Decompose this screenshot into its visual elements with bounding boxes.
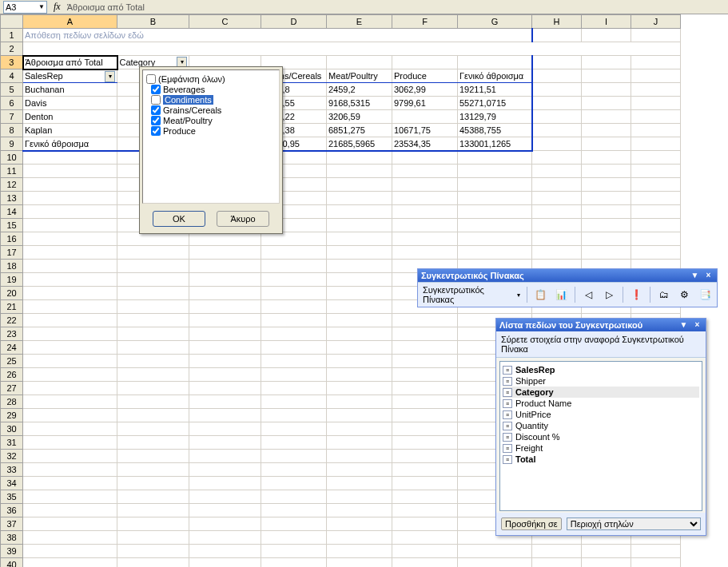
row-header-4[interactable]: 4	[1, 69, 23, 83]
row-header-20[interactable]: 20	[1, 287, 23, 300]
field-item[interactable]: ≡Freight	[503, 442, 699, 454]
chevron-down-icon[interactable]: ▼	[678, 320, 689, 330]
row-header-8[interactable]: 8	[1, 124, 23, 137]
row-header-14[interactable]: 14	[1, 205, 23, 219]
pivot-value-label[interactable]: Άθροισμα από Total	[23, 56, 117, 69]
col-header-E[interactable]: E	[327, 15, 392, 29]
row-header-1[interactable]: 1	[1, 29, 23, 42]
pivot-col-produce[interactable]: Produce	[392, 69, 458, 83]
field-item[interactable]: ≡Total	[503, 454, 699, 465]
filter-checkbox[interactable]	[151, 85, 161, 94]
row-header-17[interactable]: 17	[1, 246, 23, 260]
cell[interactable]: 2459,2	[327, 83, 392, 97]
col-header-H[interactable]: H	[532, 15, 582, 29]
row-header-21[interactable]: 21	[1, 300, 23, 314]
row-header-39[interactable]: 39	[1, 545, 23, 558]
row-header-35[interactable]: 35	[1, 490, 23, 504]
cell[interactable]: 13129,79	[458, 110, 532, 124]
show-fieldlist-icon[interactable]: 📑	[696, 286, 714, 303]
cell[interactable]: 9799,61	[392, 97, 458, 110]
pivot-row-kaplan[interactable]: Kaplan	[23, 124, 117, 137]
name-box[interactable]: A3 ▼	[3, 1, 47, 14]
pivot-row-davis[interactable]: Davis	[23, 97, 117, 110]
pivot-field-list[interactable]: Λίστα πεδίων του Συγκεντρωτικού ▼ × Σύρε…	[495, 318, 706, 536]
col-header-C[interactable]: C	[189, 15, 261, 29]
cell[interactable]: 3062,99	[392, 83, 458, 97]
col-header-D[interactable]: D	[261, 15, 327, 29]
row-header-27[interactable]: 27	[1, 382, 23, 395]
col-header-J[interactable]: J	[631, 15, 681, 29]
cell[interactable]: 21685,5965	[327, 137, 392, 151]
filter-checkbox[interactable]	[151, 95, 161, 105]
row-header-16[interactable]: 16	[1, 232, 23, 246]
filter-cancel-button[interactable]: Άκυρο	[217, 211, 269, 227]
include-icon[interactable]: 🗂	[655, 286, 673, 303]
filter-item[interactable]: Meat/Poultry	[151, 116, 276, 125]
row-header-34[interactable]: 34	[1, 477, 23, 490]
cell[interactable]: 23534,35	[392, 137, 458, 151]
row-header-22[interactable]: 22	[1, 314, 23, 327]
chart-wizard-icon[interactable]: 📊	[553, 286, 571, 303]
row-header-33[interactable]: 33	[1, 463, 23, 477]
row-header-37[interactable]: 37	[1, 517, 23, 531]
row-header-11[interactable]: 11	[1, 165, 23, 178]
refresh-icon[interactable]: ❗	[628, 286, 646, 303]
row-header-24[interactable]: 24	[1, 341, 23, 355]
row-header-5[interactable]: 5	[1, 83, 23, 97]
filter-list[interactable]: (Εμφάνιση όλων) BeveragesCondimentsGrain…	[142, 69, 280, 204]
row-header-2[interactable]: 2	[1, 42, 23, 56]
pivot-row-denton[interactable]: Denton	[23, 110, 117, 124]
row-header-6[interactable]: 6	[1, 97, 23, 110]
row-header-36[interactable]: 36	[1, 504, 23, 517]
row-header-9[interactable]: 9	[1, 137, 23, 151]
close-icon[interactable]: ×	[692, 320, 702, 330]
cell[interactable]: 6851,275	[327, 124, 392, 137]
filter-ok-button[interactable]: OK	[153, 211, 205, 227]
row-header-19[interactable]: 19	[1, 273, 23, 287]
chevron-down-icon[interactable]: ▼	[690, 271, 700, 280]
fx-icon[interactable]: fx	[54, 1, 61, 13]
pivottable-toolbar[interactable]: Συγκεντρωτικός Πίνακας ▼ × Συγκεντρωτικό…	[417, 268, 718, 307]
area-select[interactable]: Περιοχή στηλών	[567, 517, 701, 530]
cell[interactable]: 55271,0715	[458, 97, 532, 110]
filter-checkbox[interactable]	[151, 105, 161, 115]
filter-item[interactable]: Condiments	[151, 95, 276, 105]
pivot-row-grandtotal[interactable]: Γενικό άθροισμα	[23, 137, 117, 151]
row-header-23[interactable]: 23	[1, 327, 23, 341]
row-header-3[interactable]: 3	[1, 56, 23, 69]
filter-item[interactable]: Grains/Cereals	[151, 105, 276, 115]
col-header-B[interactable]: B	[117, 15, 189, 29]
row-header-25[interactable]: 25	[1, 355, 23, 368]
col-header-A[interactable]: A	[23, 15, 117, 29]
fieldlist-items[interactable]: ≡SalesRep≡Shipper≡Category≡Product Name≡…	[499, 361, 702, 511]
field-item[interactable]: ≡Discount %	[503, 431, 699, 442]
row-header-26[interactable]: 26	[1, 368, 23, 382]
cell[interactable]: 10671,75	[392, 124, 458, 137]
field-item[interactable]: ≡Quantity	[503, 420, 699, 431]
row-header-29[interactable]: 29	[1, 409, 23, 422]
cell[interactable]: 9168,5315	[327, 97, 392, 110]
pivot-salesrep-dropdown[interactable]: SalesRep	[23, 69, 117, 83]
add-to-button[interactable]: Προσθήκη σε	[501, 517, 562, 530]
col-header-I[interactable]: I	[582, 15, 631, 29]
row-header-28[interactable]: 28	[1, 395, 23, 409]
filter-item[interactable]: Beverages	[151, 85, 276, 94]
row-header-38[interactable]: 38	[1, 531, 23, 545]
field-item[interactable]: ≡SalesRep	[503, 364, 699, 375]
show-detail-icon[interactable]: ▷	[601, 286, 619, 303]
pivot-col-meatpoultry[interactable]: Meat/Poultry	[327, 69, 392, 83]
field-settings-icon[interactable]: ⚙	[676, 286, 694, 303]
pivot-col-grandtotal[interactable]: Γενικό άθροισμα	[458, 69, 532, 83]
row-header-30[interactable]: 30	[1, 422, 23, 436]
row-header-32[interactable]: 32	[1, 450, 23, 463]
page-fields-drop[interactable]: Απόθεση πεδίων σελίδων εδώ	[23, 29, 532, 42]
close-icon[interactable]: ×	[703, 271, 714, 280]
row-header-40[interactable]: 40	[1, 558, 23, 568]
row-header-15[interactable]: 15	[1, 219, 23, 232]
cell[interactable]: 3206,59	[327, 110, 392, 124]
col-header-F[interactable]: F	[392, 15, 458, 29]
field-item[interactable]: ≡Product Name	[503, 398, 699, 409]
row-header-7[interactable]: 7	[1, 110, 23, 124]
row-header-31[interactable]: 31	[1, 436, 23, 450]
field-item[interactable]: ≡Shipper	[503, 375, 699, 387]
